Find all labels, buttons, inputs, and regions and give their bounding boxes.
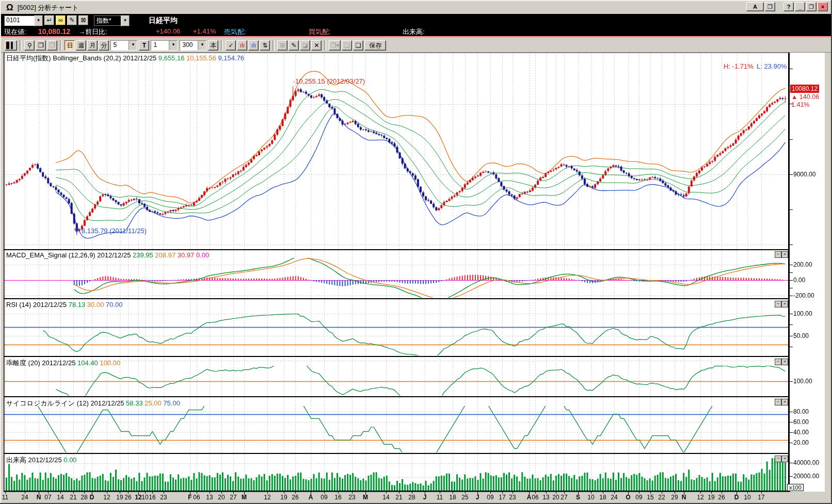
symbol-bar: 0101 ▼ ↵ ∞ ✎ ⊠ 指数* ▼ 日経平均 <box>1 14 831 26</box>
panel-minimize-button-rsi[interactable]: − <box>775 301 781 307</box>
save-button[interactable]: 保存 <box>364 40 386 51</box>
symbol-input[interactable]: 0101 <box>4 15 36 26</box>
panel-value-macd: 0.00 <box>196 251 209 259</box>
y-axis-label-rsi: 100.00 <box>793 310 812 317</box>
zoom-button[interactable]: ⚲ <box>24 40 35 51</box>
bar-count-select[interactable]: 300▼ <box>180 40 206 51</box>
x-axis-label: 29 <box>671 494 678 501</box>
panel-close-button-psych[interactable]: × <box>781 399 788 405</box>
erase-button[interactable]: ◪ <box>300 40 310 51</box>
panel-minimize-button-macd[interactable]: − <box>775 251 781 258</box>
clear-icon[interactable]: ⊠ <box>78 15 88 25</box>
toolbar-separator <box>221 40 223 51</box>
x-axis-label: 20 <box>218 494 225 501</box>
memo-icon[interactable]: ✎ <box>67 15 77 25</box>
layout-button[interactable]: ❐▾ <box>329 40 341 51</box>
panel-close-button-kairi[interactable]: × <box>781 359 788 365</box>
x-axis-label: 17 <box>758 494 764 501</box>
x-axis-label: M <box>363 494 368 501</box>
x-axis-label: 09 <box>321 494 327 501</box>
x-axis-label: J <box>476 494 479 501</box>
help-button[interactable]: ? <box>783 2 794 11</box>
x-axis-label: 26 <box>292 494 298 501</box>
x-axis-label: 12 <box>135 494 141 501</box>
draw-button[interactable]: ✎ <box>289 40 299 51</box>
symbol-dropdown-arrow[interactable]: ▼ <box>34 15 43 26</box>
y-axis-label-macd: 200.00 <box>793 261 812 268</box>
search-icon[interactable]: ∞ <box>56 15 66 25</box>
panel-value-main: 10,155.56 <box>186 54 218 62</box>
tick-interval-select-arrow[interactable]: ▼ <box>169 41 177 50</box>
paste-page-button[interactable]: ❐ <box>47 40 57 51</box>
x-axis-label: A <box>527 494 532 501</box>
copy-window-button[interactable]: ❐ <box>765 2 775 11</box>
candle-chart-button[interactable]: ▋▍ <box>5 40 17 51</box>
tick-button[interactable]: T <box>139 40 149 51</box>
x-axis-label: 27 <box>561 494 567 501</box>
minimize-button[interactable]: _ <box>795 2 805 11</box>
panel-value-main: 9,154.76 <box>218 54 244 62</box>
page-settings-button[interactable]: ❏ <box>353 40 363 51</box>
bar-count-select-arrow[interactable]: ▼ <box>198 41 206 50</box>
x-axis-label: F <box>188 494 191 501</box>
y-axis-label-psych: 40.00 <box>793 429 809 436</box>
x-axis-label: 21 <box>395 494 402 501</box>
minute-interval-select-arrow[interactable]: ▼ <box>129 41 137 50</box>
new-page-button[interactable]: ❏ <box>342 40 352 51</box>
x-axis-label: 11 <box>437 494 443 501</box>
tick-interval-select[interactable]: 1▼ <box>151 40 178 51</box>
y-axis-label-volume: 40000.00 <box>793 459 819 466</box>
x-axis-label: 19 <box>280 494 287 501</box>
panel-close-button-rsi[interactable]: × <box>781 301 788 307</box>
x-axis-label: 09 <box>635 494 642 501</box>
volume-blue-button[interactable]: ılı <box>248 40 259 51</box>
panel-minimize-button-kairi[interactable]: − <box>775 359 781 365</box>
toolbar-separator <box>60 40 62 51</box>
y-axis-label-macd: -200.00 <box>793 292 814 299</box>
period-month-button[interactable]: 月 <box>87 40 98 51</box>
period-week-button[interactable]: 週 <box>76 40 86 51</box>
restore-button[interactable]: ❐ <box>806 2 817 11</box>
panel-close-button-volume[interactable]: × <box>781 456 788 462</box>
index-type-dropdown-arrow[interactable]: ▼ <box>121 15 130 26</box>
period-minute-button[interactable]: 分 <box>99 40 109 51</box>
copy-page-button[interactable]: ❐ <box>36 40 46 51</box>
x-axis-label: 18 <box>599 494 606 501</box>
toolbar-separator <box>20 40 22 51</box>
x-axis-label: 27 <box>230 494 236 501</box>
change-value: +140.06 <box>156 27 180 35</box>
x-axis-label: A <box>309 494 313 501</box>
low-distance-label: L: 23.90% <box>757 62 787 70</box>
panel-close-button-macd[interactable]: × <box>781 251 788 258</box>
x-axis-label: 17 <box>499 494 505 501</box>
x-axis-label: 22 <box>658 494 665 501</box>
panel-minimize-button-psych[interactable]: − <box>775 399 781 405</box>
panel-value-rsi: 30.00 <box>87 301 106 308</box>
panel-value-psych: 25.00 <box>145 399 163 407</box>
x-axis-label: 28 <box>408 494 415 501</box>
period-day-button[interactable]: 日 <box>65 40 75 51</box>
x-axis-label: 16 <box>149 494 155 501</box>
x-axis-label: 12 <box>264 494 270 501</box>
close-button[interactable]: × <box>818 2 828 11</box>
x-axis-label: 26 <box>718 494 725 501</box>
x-axis-label: D <box>734 494 739 501</box>
updown-button[interactable]: ⇅ <box>260 40 270 51</box>
minute-interval-select[interactable]: 5▼ <box>110 40 137 51</box>
last-price-callout: 10080.12 <box>790 85 819 93</box>
volume-unit-box: x100 <box>787 484 804 491</box>
brush-button[interactable]: ✓ <box>226 40 236 51</box>
font-button[interactable]: A <box>746 2 764 11</box>
x-axis-label: 10 <box>587 494 594 501</box>
panel-minimize-button-volume[interactable]: − <box>775 456 781 462</box>
bars-unit-button[interactable]: 本 <box>208 40 218 51</box>
buy-quote-label: 買気配: <box>309 27 331 37</box>
grid-button[interactable]: ⊞ <box>277 40 287 51</box>
y-axis-label-rsi: 50.00 <box>793 332 809 339</box>
index-type-select[interactable]: 指数* <box>94 15 123 26</box>
volume-red-button[interactable]: ılı <box>237 40 247 51</box>
enter-button[interactable]: ↵ <box>44 15 54 25</box>
toolbar: ▋▍⚲❐❐日週月分5▼T1▼300▼本✓ılıılı⇅⊞✎◪✕❐▾❏❏保存 <box>1 39 831 53</box>
delete-button[interactable]: ✕ <box>311 40 322 51</box>
low-annotation: 8,135.79 (2011/11/25) <box>82 227 147 235</box>
